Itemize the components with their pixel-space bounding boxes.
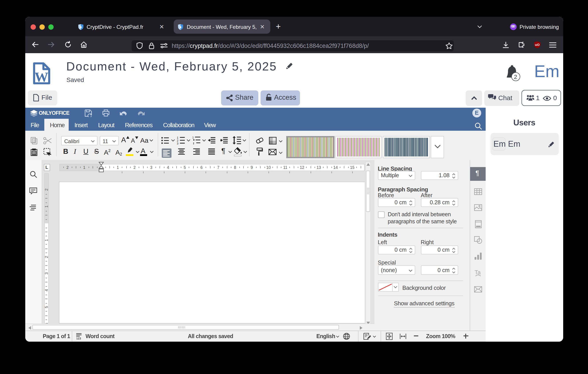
svg-text:W: W <box>35 69 48 84</box>
svg-text:123: 123 <box>76 337 81 339</box>
svg-text:1: 1 <box>192 136 194 139</box>
svg-text:uO: uO <box>535 42 539 46</box>
svg-text:3: 3 <box>177 142 178 145</box>
svg-text:Ta: Ta <box>474 269 481 276</box>
